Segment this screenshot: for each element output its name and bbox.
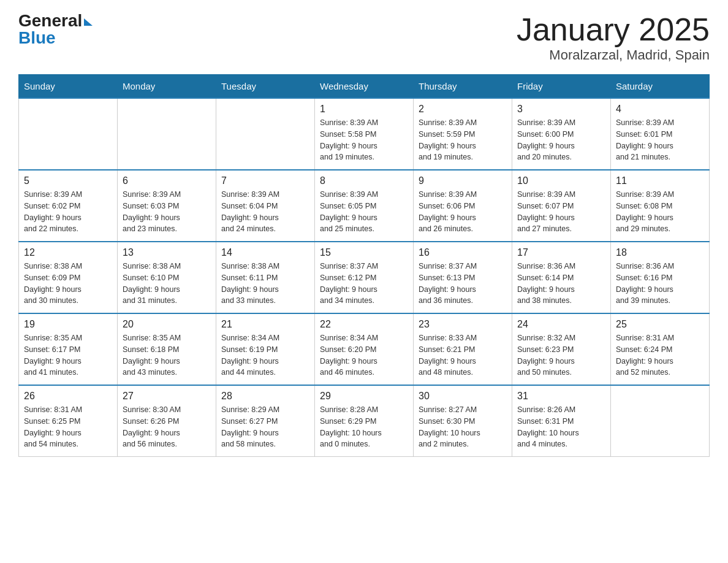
day-info: Sunrise: 8:39 AMSunset: 6:08 PMDaylight:… xyxy=(616,189,704,235)
day-info: Sunrise: 8:39 AMSunset: 6:02 PMDaylight:… xyxy=(24,189,112,235)
day-number: 28 xyxy=(221,391,309,402)
day-info: Sunrise: 8:35 AMSunset: 6:18 PMDaylight:… xyxy=(123,332,211,378)
calendar-week-4: 19Sunrise: 8:35 AMSunset: 6:17 PMDayligh… xyxy=(19,313,710,385)
day-number: 26 xyxy=(24,391,112,402)
logo-blue-row: Blue xyxy=(18,29,56,47)
calendar-header-thursday: Thursday xyxy=(414,75,512,99)
calendar-header-sunday: Sunday xyxy=(19,75,118,99)
calendar-cell: 5Sunrise: 8:39 AMSunset: 6:02 PMDaylight… xyxy=(19,170,118,242)
day-info: Sunrise: 8:39 AMSunset: 6:07 PMDaylight:… xyxy=(517,189,605,235)
calendar-cell: 31Sunrise: 8:26 AMSunset: 6:31 PMDayligh… xyxy=(512,385,611,457)
calendar-body: 1Sunrise: 8:39 AMSunset: 5:58 PMDaylight… xyxy=(19,98,710,457)
day-number: 23 xyxy=(419,319,507,330)
day-number: 30 xyxy=(419,391,507,402)
day-number: 29 xyxy=(320,391,408,402)
day-info: Sunrise: 8:29 AMSunset: 6:27 PMDaylight:… xyxy=(221,404,309,450)
day-number: 17 xyxy=(517,247,605,258)
calendar-week-3: 12Sunrise: 8:38 AMSunset: 6:09 PMDayligh… xyxy=(19,242,710,313)
day-info: Sunrise: 8:38 AMSunset: 6:09 PMDaylight:… xyxy=(24,261,112,307)
calendar-cell: 1Sunrise: 8:39 AMSunset: 5:58 PMDaylight… xyxy=(315,98,414,170)
day-number: 8 xyxy=(320,175,408,186)
calendar-cell: 20Sunrise: 8:35 AMSunset: 6:18 PMDayligh… xyxy=(118,313,216,385)
calendar-cell: 17Sunrise: 8:36 AMSunset: 6:14 PMDayligh… xyxy=(512,242,611,313)
day-info: Sunrise: 8:32 AMSunset: 6:23 PMDaylight:… xyxy=(517,332,605,378)
page-header: General Blue January 2025 Moralzarzal, M… xyxy=(18,12,710,63)
day-number: 27 xyxy=(123,391,211,402)
calendar-title: January 2025 xyxy=(517,12,710,47)
day-info: Sunrise: 8:37 AMSunset: 6:12 PMDaylight:… xyxy=(320,261,408,307)
logo-blue-text: Blue xyxy=(18,28,56,47)
day-info: Sunrise: 8:34 AMSunset: 6:19 PMDaylight:… xyxy=(221,332,309,378)
day-info: Sunrise: 8:31 AMSunset: 6:25 PMDaylight:… xyxy=(24,404,112,450)
calendar-cell: 21Sunrise: 8:34 AMSunset: 6:19 PMDayligh… xyxy=(216,313,315,385)
day-info: Sunrise: 8:31 AMSunset: 6:24 PMDaylight:… xyxy=(616,332,704,378)
calendar-cell: 26Sunrise: 8:31 AMSunset: 6:25 PMDayligh… xyxy=(19,385,118,457)
calendar-cell: 14Sunrise: 8:38 AMSunset: 6:11 PMDayligh… xyxy=(216,242,315,313)
day-info: Sunrise: 8:39 AMSunset: 6:00 PMDaylight:… xyxy=(517,117,605,163)
calendar-cell: 23Sunrise: 8:33 AMSunset: 6:21 PMDayligh… xyxy=(414,313,512,385)
day-number: 4 xyxy=(616,104,704,115)
calendar-cell: 30Sunrise: 8:27 AMSunset: 6:30 PMDayligh… xyxy=(414,385,512,457)
calendar-cell: 2Sunrise: 8:39 AMSunset: 5:59 PMDaylight… xyxy=(414,98,512,170)
calendar-cell: 25Sunrise: 8:31 AMSunset: 6:24 PMDayligh… xyxy=(611,313,710,385)
calendar-cell: 3Sunrise: 8:39 AMSunset: 6:00 PMDaylight… xyxy=(512,98,611,170)
day-number: 5 xyxy=(24,175,112,186)
day-info: Sunrise: 8:39 AMSunset: 5:59 PMDaylight:… xyxy=(419,117,507,163)
day-number: 18 xyxy=(616,247,704,258)
day-info: Sunrise: 8:28 AMSunset: 6:29 PMDaylight:… xyxy=(320,404,408,450)
calendar-header-row: SundayMondayTuesdayWednesdayThursdayFrid… xyxy=(19,75,710,99)
calendar-cell: 27Sunrise: 8:30 AMSunset: 6:26 PMDayligh… xyxy=(118,385,216,457)
calendar-cell: 9Sunrise: 8:39 AMSunset: 6:06 PMDaylight… xyxy=(414,170,512,242)
day-number: 15 xyxy=(320,247,408,258)
calendar-cell xyxy=(118,98,216,170)
logo: General Blue xyxy=(18,12,92,47)
calendar-header-wednesday: Wednesday xyxy=(315,75,414,99)
calendar-cell: 13Sunrise: 8:38 AMSunset: 6:10 PMDayligh… xyxy=(118,242,216,313)
day-number: 19 xyxy=(24,319,112,330)
day-info: Sunrise: 8:35 AMSunset: 6:17 PMDaylight:… xyxy=(24,332,112,378)
day-number: 16 xyxy=(419,247,507,258)
calendar-week-1: 1Sunrise: 8:39 AMSunset: 5:58 PMDaylight… xyxy=(19,98,710,170)
calendar-cell: 7Sunrise: 8:39 AMSunset: 6:04 PMDaylight… xyxy=(216,170,315,242)
calendar-cell: 24Sunrise: 8:32 AMSunset: 6:23 PMDayligh… xyxy=(512,313,611,385)
day-number: 10 xyxy=(517,175,605,186)
day-number: 25 xyxy=(616,319,704,330)
calendar-header-tuesday: Tuesday xyxy=(216,75,315,99)
day-number: 24 xyxy=(517,319,605,330)
day-number: 13 xyxy=(123,247,211,258)
calendar-cell: 6Sunrise: 8:39 AMSunset: 6:03 PMDaylight… xyxy=(118,170,216,242)
day-number: 14 xyxy=(221,247,309,258)
day-info: Sunrise: 8:39 AMSunset: 6:01 PMDaylight:… xyxy=(616,117,704,163)
calendar-week-5: 26Sunrise: 8:31 AMSunset: 6:25 PMDayligh… xyxy=(19,385,710,457)
day-info: Sunrise: 8:34 AMSunset: 6:20 PMDaylight:… xyxy=(320,332,408,378)
day-info: Sunrise: 8:39 AMSunset: 5:58 PMDaylight:… xyxy=(320,117,408,163)
calendar-cell: 19Sunrise: 8:35 AMSunset: 6:17 PMDayligh… xyxy=(19,313,118,385)
calendar-cell: 8Sunrise: 8:39 AMSunset: 6:05 PMDaylight… xyxy=(315,170,414,242)
calendar-cell: 12Sunrise: 8:38 AMSunset: 6:09 PMDayligh… xyxy=(19,242,118,313)
day-info: Sunrise: 8:27 AMSunset: 6:30 PMDaylight:… xyxy=(419,404,507,450)
calendar-cell: 18Sunrise: 8:36 AMSunset: 6:16 PMDayligh… xyxy=(611,242,710,313)
day-info: Sunrise: 8:36 AMSunset: 6:14 PMDaylight:… xyxy=(517,261,605,307)
day-number: 22 xyxy=(320,319,408,330)
day-info: Sunrise: 8:39 AMSunset: 6:06 PMDaylight:… xyxy=(419,189,507,235)
calendar-cell xyxy=(216,98,315,170)
day-number: 3 xyxy=(517,104,605,115)
calendar-cell xyxy=(19,98,118,170)
day-info: Sunrise: 8:30 AMSunset: 6:26 PMDaylight:… xyxy=(123,404,211,450)
day-info: Sunrise: 8:38 AMSunset: 6:11 PMDaylight:… xyxy=(221,261,309,307)
day-number: 11 xyxy=(616,175,704,186)
calendar-cell: 10Sunrise: 8:39 AMSunset: 6:07 PMDayligh… xyxy=(512,170,611,242)
day-number: 1 xyxy=(320,104,408,115)
day-info: Sunrise: 8:39 AMSunset: 6:03 PMDaylight:… xyxy=(123,189,211,235)
day-info: Sunrise: 8:39 AMSunset: 6:05 PMDaylight:… xyxy=(320,189,408,235)
calendar-cell: 16Sunrise: 8:37 AMSunset: 6:13 PMDayligh… xyxy=(414,242,512,313)
calendar-cell xyxy=(611,385,710,457)
logo-triangle-icon xyxy=(84,18,93,26)
logo-general-text: General xyxy=(18,11,82,30)
day-info: Sunrise: 8:33 AMSunset: 6:21 PMDaylight:… xyxy=(419,332,507,378)
calendar-header-saturday: Saturday xyxy=(611,75,710,99)
calendar-cell: 15Sunrise: 8:37 AMSunset: 6:12 PMDayligh… xyxy=(315,242,414,313)
day-info: Sunrise: 8:39 AMSunset: 6:04 PMDaylight:… xyxy=(221,189,309,235)
calendar-cell: 4Sunrise: 8:39 AMSunset: 6:01 PMDaylight… xyxy=(611,98,710,170)
calendar-cell: 11Sunrise: 8:39 AMSunset: 6:08 PMDayligh… xyxy=(611,170,710,242)
